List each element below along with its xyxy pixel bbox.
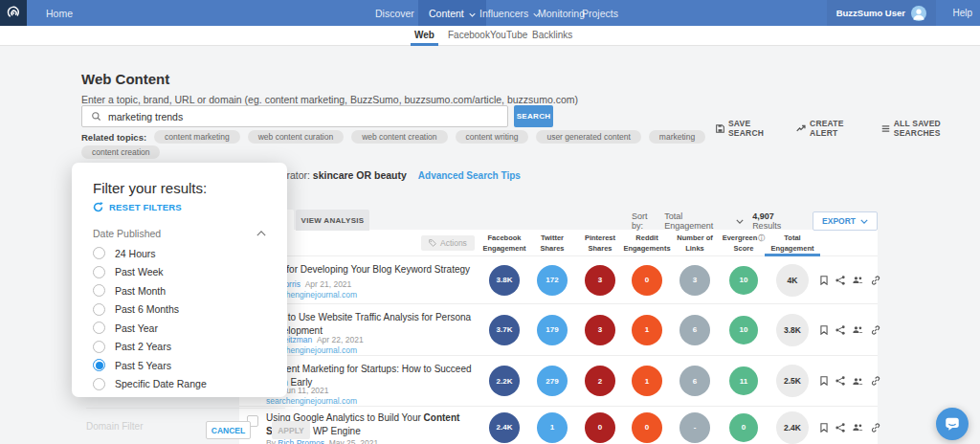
bookmark-icon[interactable] [820, 423, 828, 433]
search-input[interactable] [108, 111, 499, 122]
total-engagement-badge: 2.4K [776, 411, 809, 444]
create-alert-button[interactable]: CREATE ALERT [796, 119, 867, 138]
twitter-shares-badge: 1 [537, 412, 568, 443]
twitter-shares-badge: 179 [537, 315, 568, 345]
evergreen-score-badge: 11 [729, 366, 758, 395]
search-box [81, 105, 508, 127]
number-of-links-badge: - [679, 412, 710, 443]
radio-option-specific-date-range[interactable]: Specific Date Range [93, 378, 207, 390]
tab-backlinks[interactable]: Backlinks [532, 26, 572, 46]
related-topic-chip[interactable]: web content creation [351, 130, 447, 144]
radio-icon [93, 266, 105, 278]
share-icon[interactable] [835, 376, 845, 386]
radio-icon [93, 378, 105, 390]
link-icon[interactable] [871, 423, 880, 433]
bookmark-icon[interactable] [820, 376, 828, 386]
chevron-up-icon [256, 231, 266, 236]
related-topics-label: Related topics: [81, 132, 146, 143]
view-sharers-icon[interactable] [853, 325, 863, 334]
radio-icon [93, 322, 105, 334]
related-topic-chip[interactable]: content writing [456, 130, 529, 144]
save-search-button[interactable]: SAVE SEARCH [716, 119, 782, 138]
chevron-down-icon [860, 219, 868, 224]
save-icon [716, 124, 724, 133]
export-button[interactable]: EXPORT [813, 211, 878, 231]
tab-facebook[interactable]: Facebook [448, 26, 490, 46]
radio-option-past-year[interactable]: Past Year [93, 322, 207, 334]
tab-web[interactable]: Web [414, 26, 434, 46]
advanced-search-tips-link[interactable]: Advanced Search Tips [418, 170, 521, 181]
page-title: Web Content [81, 71, 169, 87]
article-title-link[interactable]: Content Marketing for Startups: How to S… [266, 363, 480, 388]
nav-discover-label: Discover [375, 8, 414, 19]
radio-icon [93, 284, 105, 297]
evergreen-score-badge: 10 [729, 316, 758, 344]
related-topic-chip[interactable]: content marketing [154, 130, 240, 144]
chevron-down-icon [736, 219, 744, 224]
article-title-link[interactable]: Tips for Developing Your Blog Keyword St… [266, 263, 480, 277]
related-topic-chip[interactable]: user generated content [536, 130, 640, 144]
user-name: BuzzSumo User [836, 8, 905, 18]
radio-option-past-week[interactable]: Past Week [93, 266, 207, 278]
reddit-engagements-badge: 1 [632, 366, 662, 396]
share-icon[interactable] [835, 423, 845, 433]
buzzsumo-logo[interactable] [0, 0, 27, 26]
bulk-actions-button[interactable]: Actions [421, 235, 475, 251]
column-header-total[interactable]: TotalEngagement [759, 233, 826, 255]
view-sharers-icon[interactable] [853, 276, 863, 284]
link-icon[interactable] [871, 325, 880, 335]
reddit-engagements-badge: 1 [632, 315, 662, 345]
all-saved-searches-button[interactable]: ALL SAVED SEARCHES [881, 119, 980, 138]
results-toolbar: Sort by: Total Engagement 4,907 Results … [632, 211, 878, 231]
tab-view-analysis[interactable]: VIEW ANALYSIS [296, 210, 369, 231]
link-icon[interactable] [871, 376, 880, 386]
bookmark-icon[interactable] [820, 325, 828, 335]
app-root: Home Discover Content Influencers Monito… [0, 0, 980, 444]
list-icon [881, 124, 890, 133]
chat-widget-button[interactable] [936, 408, 969, 440]
nav-home-label: Home [46, 8, 73, 19]
related-topic-chip[interactable]: web content curation [248, 130, 344, 144]
refresh-icon [93, 202, 103, 212]
radio-option-past-5-years[interactable]: Past 5 Years [93, 359, 207, 371]
avatar [911, 6, 926, 21]
share-icon[interactable] [835, 276, 845, 285]
total-engagement-badge: 2.5K [776, 365, 809, 397]
related-topic-chip[interactable]: marketing [649, 130, 705, 144]
cancel-button[interactable]: CANCEL [206, 421, 251, 439]
sort-by-dropdown[interactable]: Sort by: Total Engagement [632, 211, 744, 231]
help-link[interactable]: Help [952, 0, 972, 26]
domain-link[interactable]: searchenginejournal.com [266, 396, 357, 406]
radio-option-24-hours[interactable]: 24 Hours [93, 247, 207, 259]
publish-date: Jun 11, 2021 [282, 386, 329, 395]
reset-filters-button[interactable]: RESET FILTERS [93, 202, 182, 212]
bookmark-icon[interactable] [820, 276, 828, 285]
page-subtitle: Enter a topic, brand, URL or domain (eg.… [81, 94, 578, 105]
link-icon[interactable] [871, 276, 880, 285]
user-menu[interactable]: BuzzSumo User [827, 0, 936, 26]
help-label: Help [952, 8, 972, 18]
apply-button[interactable]: APPLY [272, 421, 310, 439]
date-published-section-toggle[interactable]: Date Published [93, 228, 266, 239]
save-search-label: SAVE SEARCH [728, 119, 782, 138]
number-of-links-badge: 6 [679, 366, 710, 396]
view-sharers-icon[interactable] [853, 377, 863, 386]
results-table: Actions FacebookEngagement TwitterShares… [239, 230, 878, 444]
tab-youtube[interactable]: YouTube [490, 26, 527, 46]
twitter-shares-badge: 172 [537, 265, 568, 296]
search-button[interactable]: SEARCH [514, 105, 553, 127]
nav-home[interactable]: Home [40, 0, 78, 26]
publish-date: Apr 21, 2021 [305, 279, 352, 289]
nav-projects[interactable]: Projects [576, 0, 624, 26]
share-icon[interactable] [835, 325, 845, 335]
operator-hint-example: skincare OR beauty [313, 169, 407, 181]
radio-option-past-month[interactable]: Past Month [93, 284, 207, 297]
table-row: Content Marketing for Startups: How to S… [239, 356, 878, 407]
view-sharers-icon[interactable] [853, 423, 863, 432]
nav-content-label: Content [429, 8, 464, 19]
radio-icon [93, 303, 105, 316]
radio-option-past-6-months[interactable]: Past 6 Months [93, 303, 207, 316]
article-title-link[interactable]: How to Use Website Traffic Analysis for … [266, 311, 480, 337]
related-topic-chip[interactable]: content creation [81, 145, 160, 159]
radio-option-past-2-years[interactable]: Past 2 Years [93, 341, 207, 353]
